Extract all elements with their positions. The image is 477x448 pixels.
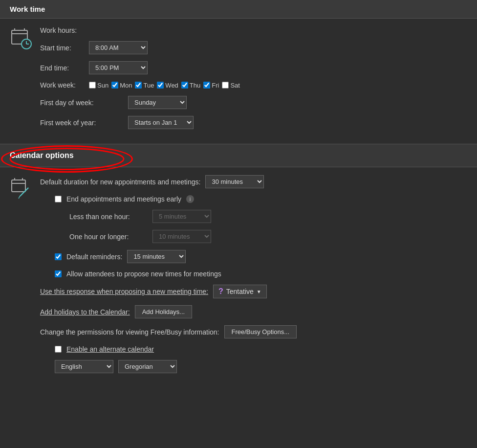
add-holidays-label: Add holidays to the Calendar: xyxy=(40,308,130,316)
start-time-label: Start time: xyxy=(40,44,84,52)
default-reminders-row: Default reminders: 15 minutes 5 minutes … xyxy=(40,250,467,263)
default-duration-row: Default duration for new appointments an… xyxy=(40,175,467,188)
calendar-options-fields: Default duration for new appointments an… xyxy=(40,175,467,380)
language-select[interactable]: English xyxy=(55,360,113,373)
use-response-row: Use this response when proposing a new m… xyxy=(40,285,467,298)
work-hours-label: Work hours: xyxy=(40,26,77,34)
tentative-icon: ? xyxy=(218,287,223,296)
one-hour-label: One hour or longer: xyxy=(69,233,148,241)
clock-icon xyxy=(10,27,32,50)
calendar-options-icon-area: Default duration for new appointments an… xyxy=(10,175,467,380)
calendar-options-title: Calendar options xyxy=(10,151,74,160)
work-week-row: Work week: Sun Mon Tue xyxy=(40,81,467,89)
allow-attendees-checkbox[interactable] xyxy=(55,270,62,277)
end-early-checkbox[interactable] xyxy=(55,196,62,202)
tentative-label: Tentative xyxy=(226,288,254,295)
svg-rect-8 xyxy=(12,180,25,192)
worktime-title: Work time xyxy=(10,5,45,13)
svg-line-14 xyxy=(19,197,20,199)
day-sun: Sun xyxy=(89,82,108,89)
work-week-label: Work week: xyxy=(40,81,84,89)
less-hour-row: Less than one hour: 5 minutes 10 minutes xyxy=(40,210,467,223)
calendar-options-header: Calendar options xyxy=(0,144,477,167)
mon-label: Mon xyxy=(120,82,132,89)
calendar-options-content: Default duration for new appointments an… xyxy=(0,167,477,388)
tue-checkbox[interactable] xyxy=(135,82,142,89)
allow-attendees-label: Allow attendees to propose new times for… xyxy=(66,270,221,278)
change-permissions-row: Change the permissions for viewing Free/… xyxy=(40,325,467,338)
first-week-select[interactable]: Starts on Jan 1 First full week First 4-… xyxy=(128,116,194,129)
tentative-dropdown[interactable]: ? Tentative ▼ xyxy=(213,285,267,298)
alternate-calendar-label: Enable an alternate calendar xyxy=(66,345,154,353)
worktime-icon-area: Work hours: Start time: 8:00 AM 7:00 AM … xyxy=(10,26,467,136)
worktime-content: Work hours: Start time: 8:00 AM 7:00 AM … xyxy=(0,19,477,144)
calendar-type-select[interactable]: Gregorian xyxy=(118,360,177,373)
day-sat: Sat xyxy=(222,82,240,89)
work-hours-row: Work hours: xyxy=(40,26,467,34)
language-calendar-row: English Gregorian xyxy=(40,360,467,373)
first-week-row: First week of year: Starts on Jan 1 Firs… xyxy=(40,116,467,129)
alternate-calendar-checkbox[interactable] xyxy=(55,346,62,353)
sun-checkbox[interactable] xyxy=(89,82,96,89)
change-permissions-label: Change the permissions for viewing Free/… xyxy=(40,328,219,336)
first-day-select[interactable]: Sunday Monday Saturday xyxy=(128,96,187,109)
thu-label: Thu xyxy=(190,82,200,89)
default-duration-label: Default duration for new appointments an… xyxy=(40,178,200,186)
end-early-info-icon[interactable]: i xyxy=(186,195,194,203)
end-early-label: End appointments and meetings early xyxy=(66,195,181,203)
first-day-label: First day of week: xyxy=(40,99,123,107)
free-busy-button[interactable]: Free/Busy Options... xyxy=(224,325,297,338)
day-tue: Tue xyxy=(135,82,154,89)
thu-checkbox[interactable] xyxy=(181,82,188,89)
worktime-header: Work time xyxy=(0,0,477,19)
worktime-fields: Work hours: Start time: 8:00 AM 7:00 AM … xyxy=(40,26,467,136)
end-time-row: End time: 5:00 PM 4:00 PM 6:00 PM xyxy=(40,61,467,74)
default-reminders-select[interactable]: 15 minutes 5 minutes 30 minutes xyxy=(127,250,186,263)
add-holidays-row: Add holidays to the Calendar: Add Holida… xyxy=(40,305,467,318)
fri-checkbox[interactable] xyxy=(203,82,210,89)
end-time-select[interactable]: 5:00 PM 4:00 PM 6:00 PM xyxy=(89,61,148,74)
alternate-calendar-row: Enable an alternate calendar xyxy=(40,345,467,353)
workweek-days: Sun Mon Tue Wed xyxy=(89,82,240,89)
sat-checkbox[interactable] xyxy=(222,82,229,89)
default-reminders-label: Default reminders: xyxy=(66,253,122,261)
less-hour-select[interactable]: 5 minutes 10 minutes xyxy=(152,210,211,223)
sat-label: Sat xyxy=(230,82,240,89)
one-hour-select[interactable]: 10 minutes 5 minutes 15 minutes xyxy=(152,230,211,243)
wed-checkbox[interactable] xyxy=(157,82,164,89)
wed-label: Wed xyxy=(165,82,178,89)
day-wed: Wed xyxy=(157,82,178,89)
use-response-label: Use this response when proposing a new m… xyxy=(40,288,208,295)
fri-label: Fri xyxy=(212,82,219,89)
add-holidays-button[interactable]: Add Holidays... xyxy=(135,305,192,318)
end-early-row: End appointments and meetings early i xyxy=(40,195,467,203)
one-hour-row: One hour or longer: 10 minutes 5 minutes… xyxy=(40,230,467,243)
start-time-select[interactable]: 8:00 AM 7:00 AM 9:00 AM xyxy=(89,41,148,54)
day-fri: Fri xyxy=(203,82,219,89)
day-thu: Thu xyxy=(181,82,200,89)
first-day-row: First day of week: Sunday Monday Saturda… xyxy=(40,96,467,109)
less-hour-label: Less than one hour: xyxy=(69,213,148,221)
mon-checkbox[interactable] xyxy=(111,82,118,89)
calendar-pen-icon xyxy=(10,177,32,200)
day-mon: Mon xyxy=(111,82,132,89)
start-time-row: Start time: 8:00 AM 7:00 AM 9:00 AM xyxy=(40,41,467,54)
tue-label: Tue xyxy=(143,82,154,89)
default-reminders-checkbox[interactable] xyxy=(55,253,62,260)
allow-attendees-row: Allow attendees to propose new times for… xyxy=(40,270,467,278)
tentative-dropdown-arrow: ▼ xyxy=(257,289,261,294)
first-week-label: First week of year: xyxy=(40,119,123,127)
end-time-label: End time: xyxy=(40,64,84,72)
sun-label: Sun xyxy=(97,82,108,89)
default-duration-select[interactable]: 30 minutes 15 minutes 60 minutes xyxy=(205,175,264,188)
